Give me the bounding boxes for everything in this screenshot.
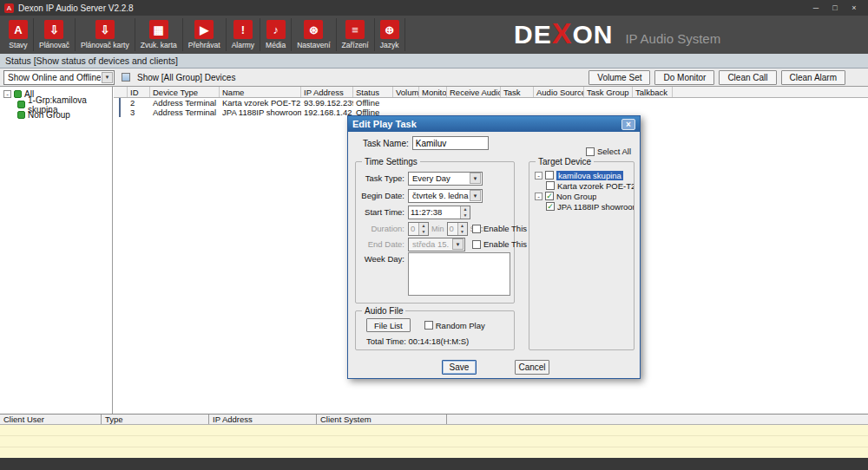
target-device-group: Target Device - kamilova skupina Karta v… xyxy=(529,161,635,350)
spin-down-icon[interactable]: ▼ xyxy=(419,229,428,235)
end-date-enable-checkbox[interactable]: Enable This xyxy=(472,239,527,249)
toolbar-item-planovac-karty[interactable]: ⇩ Plánovač karty xyxy=(76,18,135,51)
bottom-bar xyxy=(0,458,868,470)
spinner-arrows[interactable]: ▲▼ xyxy=(418,223,428,235)
task-type-row: Task Type: Every Day ▼ xyxy=(358,171,512,186)
toolbar-item-planovac[interactable]: ⇩ Plánovač xyxy=(34,18,76,51)
window-title: Dexon IP Audio Server V2.2.8 xyxy=(18,3,134,13)
target-device-label: JPA 1188IP showroom xyxy=(557,202,634,212)
collapse-icon[interactable]: - xyxy=(535,172,542,180)
column-header-monitor[interactable]: Monitor xyxy=(419,87,447,97)
toolbar-item-jazyk[interactable]: ⊕ Jazyk xyxy=(375,18,405,51)
target-tree-item-karta-vzorek[interactable]: Karta vzorek POE-T2 xyxy=(529,180,634,191)
column-header-task-group[interactable]: Task Group xyxy=(584,87,633,97)
toolbar-item-media[interactable]: ♪ Média xyxy=(260,18,292,51)
column-header-name[interactable]: Name xyxy=(220,87,301,97)
brand-on: ON xyxy=(572,20,613,49)
spin-up-icon[interactable]: ▲ xyxy=(461,206,470,212)
duration-sec-spinner[interactable]: 0 ▲▼ xyxy=(447,222,468,236)
dialog-close-button[interactable]: × xyxy=(621,119,635,130)
duration-enable-checkbox[interactable]: Enable This xyxy=(472,224,527,233)
toolbar-item-zvuk-karta[interactable]: ▦ Zvuk. karta xyxy=(135,18,183,51)
edit-play-task-dialog: Edit Play Task × Task Name: Select All T… xyxy=(347,115,641,379)
checkbox-checked-icon[interactable]: ✓ xyxy=(546,202,555,211)
column-header-client-ip[interactable]: IP Address xyxy=(209,415,317,424)
toolbar-item-label: Zařízení xyxy=(342,41,369,49)
spinner-arrows[interactable]: ▲▼ xyxy=(460,206,470,219)
start-time-spinner[interactable]: 11:27:38 ▲▼ xyxy=(408,206,470,219)
spinner-arrows[interactable]: ▲▼ xyxy=(457,223,467,235)
tree-item-kamilova-skupina[interactable]: 1-Grp:kamilova skupina xyxy=(0,100,112,109)
toolbar-item-zarizeni[interactable]: ≡ Zařízení xyxy=(337,18,375,51)
select-all-checkbox[interactable]: Select All xyxy=(586,147,631,156)
file-list-button[interactable]: File List xyxy=(366,318,411,332)
maximize-button[interactable]: □ xyxy=(825,2,845,14)
task-type-select[interactable]: Every Day ▼ xyxy=(408,172,483,186)
title-bar[interactable]: A Dexon IP Audio Server V2.2.8 ─ □ × xyxy=(0,0,868,16)
column-header-client-user[interactable]: Client User xyxy=(0,415,102,424)
target-tree-item-kamilova-skupina[interactable]: - kamilova skupina xyxy=(529,170,634,180)
task-name-input[interactable] xyxy=(412,136,489,150)
soundcard-icon: ▦ xyxy=(149,20,168,39)
spin-up-icon[interactable]: ▲ xyxy=(458,223,467,229)
column-header-task[interactable]: Task xyxy=(501,87,534,97)
column-header-audio-source[interactable]: Audio Source xyxy=(534,87,584,97)
group-icon xyxy=(14,90,22,98)
save-button[interactable]: Save xyxy=(442,360,477,375)
column-header-device-type[interactable]: Device Type xyxy=(150,87,220,97)
spin-down-icon[interactable]: ▼ xyxy=(458,229,467,235)
status-bar: Status [Show status of devices and clien… xyxy=(0,54,868,69)
toolbar-item-label: Plánovač xyxy=(39,41,69,49)
spin-up-icon[interactable]: ▲ xyxy=(419,223,428,229)
begin-date-label: Begin Date: xyxy=(358,191,404,200)
devices-grid-icon xyxy=(122,73,130,82)
column-header-volume[interactable]: Volume xyxy=(393,87,419,97)
column-header-receive-audio[interactable]: Receive Audio xyxy=(447,87,501,97)
checkbox-checked-icon[interactable]: ✓ xyxy=(545,192,554,200)
checkbox-icon xyxy=(472,225,481,233)
toolbar-item-alarmy[interactable]: ! Alarmy xyxy=(227,18,260,51)
clean-call-button[interactable]: Clean Call xyxy=(719,70,776,85)
toolbar-item-nastaveni[interactable]: ⊛ Nastavení xyxy=(292,18,336,51)
column-header-client-system[interactable]: Client System xyxy=(317,415,447,424)
checkbox-icon[interactable] xyxy=(545,171,554,180)
cell-device-type: Address Terminal xyxy=(150,98,220,108)
column-header-client-type[interactable]: Type xyxy=(102,415,209,424)
begin-date-row: Begin Date: čtvrtek 9. ledna 2 ▼ xyxy=(358,188,512,203)
toolbar-item-prehravat[interactable]: ▶ Přehrávat xyxy=(183,18,227,51)
checkbox-icon[interactable] xyxy=(546,181,555,190)
clean-alarm-button[interactable]: Clean Alarm xyxy=(781,70,845,85)
chevron-down-icon: ▼ xyxy=(470,173,481,184)
group-icon xyxy=(17,111,25,119)
duration-row: Duration: 0 ▲▼ Min 0 ▲▼ Sec Enable This xyxy=(358,221,512,236)
toolbar-item-stavy[interactable]: A Stavy xyxy=(3,18,34,51)
minimize-button[interactable]: ─ xyxy=(806,2,825,14)
checkbox-icon xyxy=(472,240,481,249)
collapse-icon[interactable]: - xyxy=(3,90,11,98)
target-tree-item-jpa-1188ip[interactable]: ✓ JPA 1188IP showroom xyxy=(529,201,634,212)
do-monitor-button[interactable]: Do Monitor xyxy=(654,70,714,85)
client-table-body xyxy=(0,425,868,458)
column-header-id[interactable]: ID xyxy=(128,87,150,97)
spin-down-icon[interactable]: ▼ xyxy=(461,212,470,219)
column-header-talkback[interactable]: Talkback xyxy=(633,87,673,97)
close-button[interactable]: × xyxy=(845,2,864,14)
duration-min-spinner[interactable]: 0 ▲▼ xyxy=(408,222,429,236)
task-type-label: Task Type: xyxy=(358,173,404,183)
cancel-button[interactable]: Cancel xyxy=(515,360,549,375)
column-header-status[interactable]: Status xyxy=(353,87,393,97)
end-date-picker[interactable]: středa 15. ledna 2 ▼ xyxy=(408,238,465,251)
column-header-icon[interactable] xyxy=(114,87,128,97)
dialog-title-bar[interactable]: Edit Play Task × xyxy=(348,116,640,132)
week-day-listbox[interactable] xyxy=(408,252,510,296)
begin-date-picker[interactable]: čtvrtek 9. ledna 2 ▼ xyxy=(408,189,483,203)
online-filter-select[interactable]: Show Online and Offline ▼ xyxy=(3,70,115,85)
volume-set-button[interactable]: Volume Set xyxy=(589,70,650,85)
collapse-icon[interactable]: - xyxy=(535,193,542,200)
column-header-ip-address[interactable]: IP Address xyxy=(301,87,353,97)
terminal-icon xyxy=(119,98,121,108)
chevron-down-icon: ▼ xyxy=(102,72,113,83)
device-row[interactable]: 2 Address Terminal Karta vzorek POE-T2 9… xyxy=(114,98,868,108)
target-tree-item-non-group[interactable]: - ✓ Non Group xyxy=(529,191,634,201)
random-play-checkbox[interactable]: Random Play xyxy=(424,321,485,330)
